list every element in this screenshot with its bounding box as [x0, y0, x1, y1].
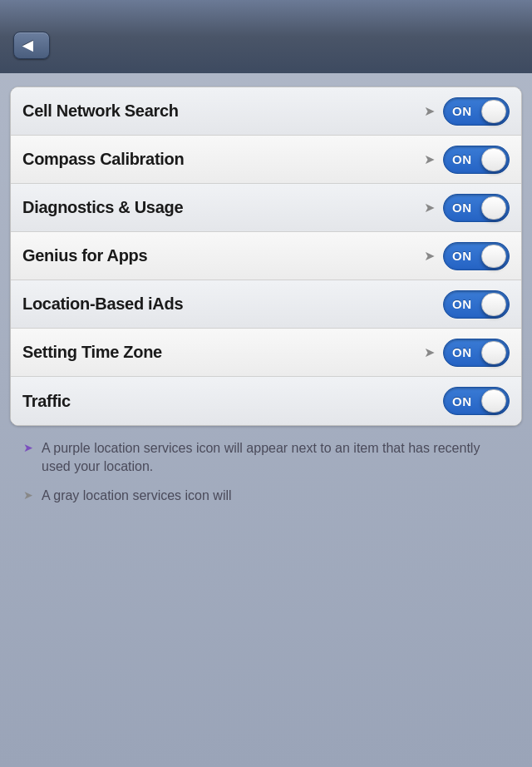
settings-row-compass-calibration: Compass Calibration➤ON: [11, 136, 521, 184]
settings-row-traffic: TrafficON: [11, 377, 521, 425]
content-area: Cell Network Search➤ONCompass Calibratio…: [0, 73, 532, 528]
footer-arrow-purple-icon: ➤: [23, 441, 33, 454]
label-genius-for-apps: Genius for Apps: [22, 246, 424, 265]
label-compass-calibration: Compass Calibration: [22, 150, 424, 169]
label-traffic: Traffic: [22, 392, 443, 411]
header: ◀: [0, 0, 532, 73]
toggle-on-label: ON: [452, 249, 472, 263]
settings-row-genius-for-apps: Genius for Apps➤ON: [11, 232, 521, 280]
toggle-thumb: [481, 148, 506, 171]
toggle-thumb: [481, 245, 506, 268]
toggle-traffic[interactable]: ON: [443, 387, 510, 415]
toggle-on-label: ON: [452, 345, 472, 359]
back-button[interactable]: ◀: [13, 32, 50, 59]
location-arrow-icon: ➤: [424, 200, 435, 215]
toggle-thumb: [481, 293, 506, 316]
location-arrow-icon: ➤: [424, 103, 435, 119]
toggle-genius-for-apps[interactable]: ON: [443, 242, 510, 270]
toggle-on-label: ON: [452, 152, 472, 166]
toggle-thumb: [481, 100, 506, 123]
toggle-thumb: [481, 389, 506, 413]
footer-item-purple-note: ➤A purple location services icon will ap…: [23, 439, 509, 477]
toggle-setting-time-zone[interactable]: ON: [443, 339, 510, 367]
location-arrow-icon: ➤: [424, 151, 435, 167]
toggle-thumb: [481, 196, 506, 220]
footer-text-gray-note: A gray location services icon will: [42, 487, 232, 505]
footer-notes: ➤A purple location services icon will ap…: [10, 426, 522, 505]
label-location-based-iads: Location-Based iAds: [22, 294, 443, 314]
footer-arrow-gray-icon: ➤: [23, 488, 33, 502]
settings-row-location-based-iads: Location-Based iAdsON: [11, 280, 521, 329]
toggle-diagnostics-usage[interactable]: ON: [443, 194, 510, 222]
location-arrow-icon: ➤: [424, 248, 435, 264]
footer-text-purple-note: A purple location services icon will app…: [42, 439, 509, 477]
label-diagnostics-usage: Diagnostics & Usage: [22, 198, 424, 217]
back-chevron-icon: ◀: [22, 37, 32, 53]
settings-row-setting-time-zone: Setting Time Zone➤ON: [11, 329, 521, 377]
toggle-on-label: ON: [452, 394, 472, 408]
toggle-compass-calibration[interactable]: ON: [443, 146, 510, 174]
toggle-thumb: [481, 341, 506, 364]
footer-item-gray-note: ➤A gray location services icon will: [23, 487, 509, 505]
settings-table: Cell Network Search➤ONCompass Calibratio…: [10, 87, 522, 426]
location-arrow-icon: ➤: [424, 344, 435, 360]
settings-row-cell-network-search: Cell Network Search➤ON: [11, 87, 521, 136]
toggle-cell-network-search[interactable]: ON: [443, 97, 510, 126]
toggle-on-label: ON: [452, 104, 472, 118]
toggle-location-based-iads[interactable]: ON: [443, 290, 510, 319]
label-cell-network-search: Cell Network Search: [22, 101, 424, 121]
label-setting-time-zone: Setting Time Zone: [22, 343, 424, 362]
toggle-on-label: ON: [452, 200, 472, 215]
toggle-on-label: ON: [452, 297, 472, 311]
settings-row-diagnostics-usage: Diagnostics & Usage➤ON: [11, 184, 521, 232]
